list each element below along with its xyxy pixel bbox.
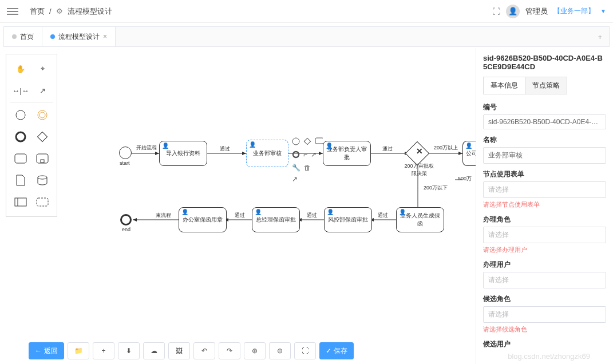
close-icon[interactable]: ×: [103, 33, 107, 41]
data-store-icon[interactable]: [31, 169, 53, 191]
zoom-out-button[interactable]: ⊖: [269, 342, 291, 359]
edge-label: 500万: [458, 175, 472, 183]
ctx-condition-icon[interactable]: ↗: [311, 151, 317, 160]
svg-rect-9: [15, 198, 26, 206]
edge-label: 开始流程: [136, 144, 157, 152]
fullscreen-icon[interactable]: ⛶: [492, 7, 500, 16]
subprocess-icon[interactable]: [31, 148, 53, 169]
end-event[interactable]: [120, 214, 132, 225]
end-event-icon[interactable]: [10, 126, 31, 148]
svg-point-1: [38, 110, 47, 120]
label-cand-role: 候选角色: [483, 294, 606, 304]
ctx-end-icon[interactable]: [292, 151, 300, 160]
svg-point-0: [16, 110, 25, 120]
error-cand-role: 请选择候选角色: [483, 325, 606, 334]
undo-button[interactable]: ↶: [193, 342, 215, 359]
task-import[interactable]: 👤 导入银行资料: [159, 141, 207, 166]
avatar[interactable]: 👤: [506, 5, 520, 18]
label-name: 名称: [483, 135, 606, 145]
intermediate-event-icon[interactable]: [31, 104, 53, 126]
menu-icon[interactable]: [7, 6, 18, 17]
connect-tool-icon[interactable]: ↗: [31, 80, 53, 101]
fit-button[interactable]: ⛶: [294, 342, 316, 359]
gear-icon: ⚙: [56, 7, 63, 15]
svg-point-3: [16, 132, 25, 141]
ctx-event-icon[interactable]: [292, 137, 300, 147]
hand-tool-icon[interactable]: ✋: [10, 58, 31, 80]
task-company[interactable]: 👤 公司评: [462, 141, 476, 166]
ctx-delete-icon[interactable]: 🗑: [304, 164, 311, 172]
user-name: 管理员: [525, 6, 548, 17]
edge-label: 通过: [307, 212, 317, 219]
tab-policy[interactable]: 节点策略: [525, 77, 567, 94]
task-risk[interactable]: 👤 风控部保函审批: [324, 207, 372, 232]
space-tool-icon[interactable]: ↔|↔: [10, 80, 31, 101]
user-org[interactable]: 【业务一部】: [553, 6, 595, 16]
svg-rect-5: [15, 154, 26, 163]
watermark: blog.csdn.net/zhongzk69: [508, 352, 590, 361]
add-tab-icon[interactable]: +: [591, 33, 609, 41]
task-mgr-approve[interactable]: 👤 业务部负责人审批: [323, 141, 371, 166]
new-button[interactable]: +: [93, 342, 114, 359]
tab-home[interactable]: 首页: [4, 27, 42, 46]
ctx-annotation-icon[interactable]: ⌐: [303, 151, 307, 160]
user-icon: 👤: [465, 143, 472, 149]
svg-point-2: [39, 112, 45, 118]
task-office[interactable]: 👤 办公室保函用章: [179, 207, 227, 232]
ctx-gateway-icon[interactable]: [303, 137, 311, 147]
svg-rect-23: [304, 138, 310, 144]
select-form[interactable]: 请选择: [483, 181, 606, 198]
edge-label: 200万以上: [434, 144, 458, 152]
end-label: end: [122, 227, 130, 232]
svg-point-8: [38, 176, 47, 179]
user-icon: 👤: [255, 209, 262, 215]
label-id: 编号: [483, 102, 606, 112]
input-id[interactable]: sid-9626B520-B50D-40CD-A0E4-B5CE9D9E44CD: [483, 114, 606, 129]
breadcrumb-home[interactable]: 首页: [30, 6, 45, 17]
canvas[interactable]: ✋ ⌖ ↔|↔ ↗: [0, 48, 476, 364]
image-button[interactable]: 🖼: [168, 342, 190, 359]
back-button[interactable]: ← 返回: [29, 342, 64, 359]
edge-label: 通过: [382, 145, 393, 153]
input-name[interactable]: 业务部审核: [483, 147, 606, 164]
gateway[interactable]: ✕: [405, 141, 429, 165]
chevron-down-icon[interactable]: ▼: [600, 8, 606, 14]
user-icon: 👤: [326, 143, 333, 149]
ctx-wrench-icon[interactable]: 🔧: [292, 164, 300, 172]
breadcrumb: 首页 / ⚙ 流程模型设计: [30, 6, 112, 17]
svg-point-25: [293, 152, 299, 157]
start-label: start: [120, 160, 130, 166]
ctx-task-icon[interactable]: [315, 137, 323, 147]
user-icon: 👤: [249, 141, 256, 148]
download-button[interactable]: ⬇: [118, 342, 140, 359]
task-generate[interactable]: 👤 业务人员生成保函: [396, 207, 444, 232]
upload-button[interactable]: ☁: [143, 342, 165, 359]
redo-button[interactable]: ↷: [219, 342, 240, 359]
panel-tabs: 基本信息 节点策略: [483, 77, 567, 94]
task-review[interactable]: 👤 业务部审核: [246, 140, 288, 167]
svg-rect-6: [37, 154, 48, 163]
save-button[interactable]: ✓ 保存: [319, 342, 354, 359]
label-user: 办理用户: [483, 260, 606, 270]
panel-title: sid-9626B520-B50D-40CD-A0E4-B5CE9D9E44CD: [483, 54, 606, 71]
tab-basic[interactable]: 基本信息: [484, 77, 525, 94]
pool-icon[interactable]: [10, 191, 31, 213]
task-gm[interactable]: 👤 总经理保函审批: [252, 207, 300, 232]
select-user[interactable]: 请选择: [483, 272, 606, 288]
select-role[interactable]: 请选择: [483, 227, 606, 243]
open-button[interactable]: 📁: [68, 342, 89, 359]
tab-designer[interactable]: 流程模型设计 ×: [42, 27, 116, 46]
task-icon[interactable]: [10, 148, 31, 169]
lasso-tool-icon[interactable]: ⌖: [31, 58, 53, 80]
svg-point-22: [292, 138, 299, 145]
ctx-connect-icon[interactable]: ↗: [292, 175, 298, 183]
zoom-in-button[interactable]: ⊕: [244, 342, 266, 359]
select-cand-role[interactable]: 请选择: [483, 306, 606, 323]
start-event[interactable]: [119, 147, 132, 159]
group-icon[interactable]: [31, 191, 53, 213]
context-pad: ⌐ ↗ 🔧 🗑 ↗: [292, 137, 323, 183]
data-object-icon[interactable]: [10, 169, 31, 191]
start-event-icon[interactable]: [10, 104, 31, 126]
gateway-icon[interactable]: [31, 126, 53, 148]
user-icon: 👤: [181, 209, 188, 215]
